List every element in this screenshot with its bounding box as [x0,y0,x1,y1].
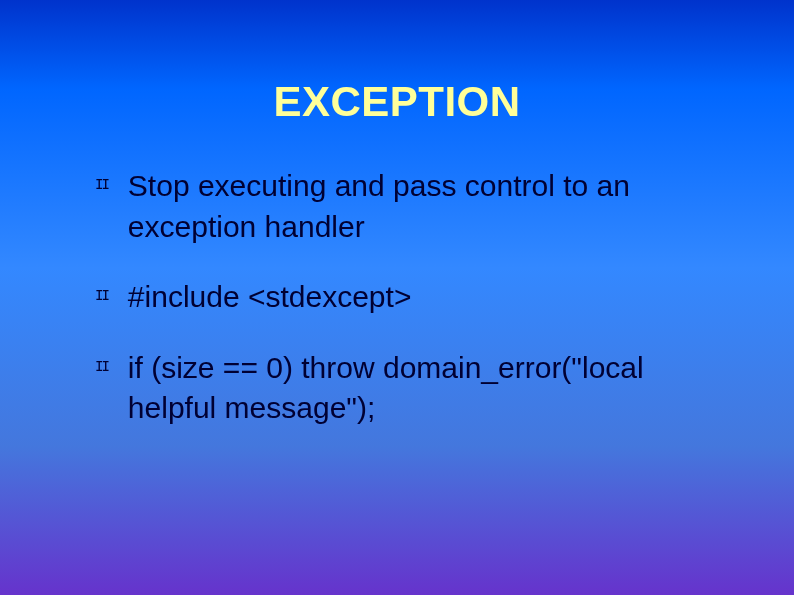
bullet-marker-icon: II [95,358,108,374]
slide-title: EXCEPTION [0,0,794,166]
bullet-item: II #include <stdexcept> [95,277,714,318]
bullet-marker-icon: II [95,287,108,303]
bullet-text: if (size == 0) throw domain_error("local… [128,348,714,429]
bullet-item: II Stop executing and pass control to an… [95,166,714,247]
bullet-item: II if (size == 0) throw domain_error("lo… [95,348,714,429]
slide-content: II Stop executing and pass control to an… [0,166,794,429]
bullet-text: Stop executing and pass control to an ex… [128,166,714,247]
bullet-text: #include <stdexcept> [128,277,412,318]
bullet-marker-icon: II [95,176,108,192]
slide-container: EXCEPTION II Stop executing and pass con… [0,0,794,595]
